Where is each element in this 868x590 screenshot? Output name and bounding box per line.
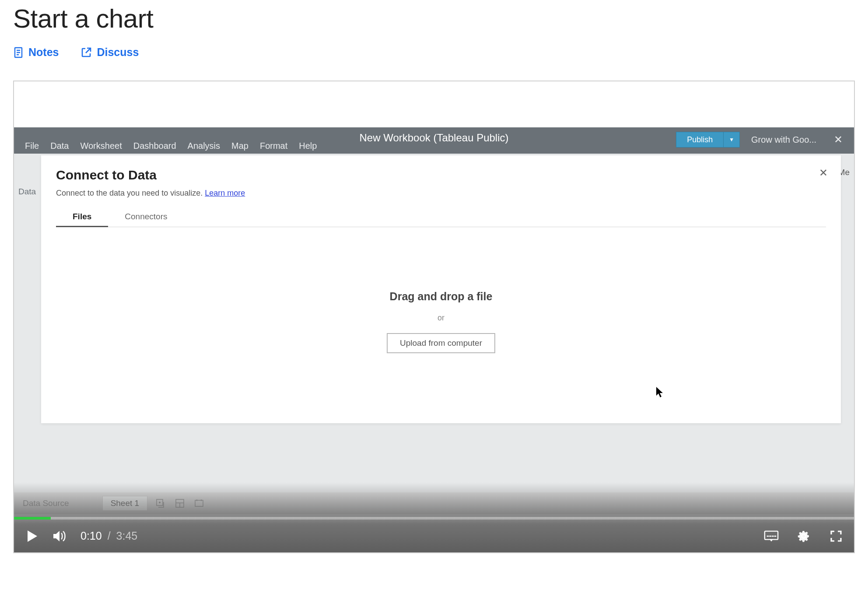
publish-label: Publish <box>676 135 723 144</box>
menu-data[interactable]: Data <box>45 141 74 151</box>
video-time-separator: / <box>108 530 111 542</box>
upload-from-computer-button[interactable]: Upload from computer <box>387 333 495 353</box>
menu-dashboard[interactable]: Dashboard <box>128 141 182 151</box>
window-close-icon[interactable]: ✕ <box>828 133 849 146</box>
notes-link[interactable]: Notes <box>13 46 59 59</box>
data-source-tab[interactable]: Data Source <box>23 499 69 508</box>
sheet1-tab[interactable]: Sheet 1 <box>102 496 148 511</box>
publish-button[interactable]: Publish ▼ <box>676 132 740 148</box>
learn-more-link[interactable]: Learn more <box>205 189 245 197</box>
menu-analysis[interactable]: Analysis <box>182 141 226 151</box>
modal-subtitle: Connect to the data you need to visualiz… <box>56 189 826 198</box>
video-time: 0:10 / 3:45 <box>80 530 137 542</box>
discuss-link[interactable]: Discuss <box>80 46 139 59</box>
tableau-body: Data Me Connect to Data Connect to the d… <box>14 154 854 517</box>
page-links: Notes Discuss <box>13 46 855 59</box>
menu-format[interactable]: Format <box>254 141 293 151</box>
publish-dropdown-icon[interactable]: ▼ <box>723 132 739 147</box>
play-icon[interactable] <box>24 529 39 544</box>
menu-help[interactable]: Help <box>293 141 322 151</box>
sheet-tabs-bar: Data Source Sheet 1 <box>14 492 854 514</box>
modal-close-icon[interactable]: ✕ <box>819 167 828 179</box>
video-controls: 0:10 / 3:45 <box>14 520 854 552</box>
side-panel-label: Data <box>18 187 36 197</box>
svg-rect-3 <box>195 500 203 506</box>
modal-dropzone[interactable]: Drag and drop a file or Upload from comp… <box>41 229 841 423</box>
menu-worksheet[interactable]: Worksheet <box>74 141 127 151</box>
drag-drop-title: Drag and drop a file <box>41 290 841 303</box>
notes-label: Notes <box>28 46 59 59</box>
video-duration: 3:45 <box>116 530 138 542</box>
new-worksheet-icon[interactable] <box>154 497 167 509</box>
tab-files[interactable]: Files <box>56 207 108 227</box>
video-top-whitespace <box>14 81 854 127</box>
discuss-label: Discuss <box>97 46 139 59</box>
tableau-titlebar: New Workbook (Tableau Public) File Data … <box>14 127 854 154</box>
new-story-icon[interactable] <box>193 497 205 509</box>
tab-connectors[interactable]: Connectors <box>108 207 184 227</box>
volume-icon[interactable] <box>52 529 67 544</box>
workbook-title: New Workbook (Tableau Public) <box>359 132 508 144</box>
menu-map[interactable]: Map <box>226 141 254 151</box>
connect-to-data-modal: Connect to Data Connect to the data you … <box>41 155 841 423</box>
svg-rect-4 <box>765 531 778 539</box>
tableau-menubar: File Data Worksheet Dashboard Analysis M… <box>14 137 328 154</box>
video-current-time: 0:10 <box>80 530 102 542</box>
notes-icon <box>13 46 24 59</box>
page-title: Start a chart <box>13 4 855 34</box>
menu-file[interactable]: File <box>19 141 45 151</box>
new-dashboard-icon[interactable] <box>174 497 186 509</box>
captions-icon[interactable] <box>764 529 779 544</box>
video-player[interactable]: New Workbook (Tableau Public) File Data … <box>13 81 855 553</box>
modal-tabs: Files Connectors <box>56 207 826 227</box>
drag-drop-or: or <box>41 313 841 323</box>
modal-subtitle-text: Connect to the data you need to visualiz… <box>56 189 205 197</box>
external-link-icon <box>80 47 92 58</box>
fullscreen-icon[interactable] <box>829 529 844 544</box>
modal-title: Connect to Data <box>56 168 826 183</box>
grow-with-google-link[interactable]: Grow with Goo... <box>751 135 816 145</box>
settings-gear-icon[interactable] <box>796 529 811 544</box>
